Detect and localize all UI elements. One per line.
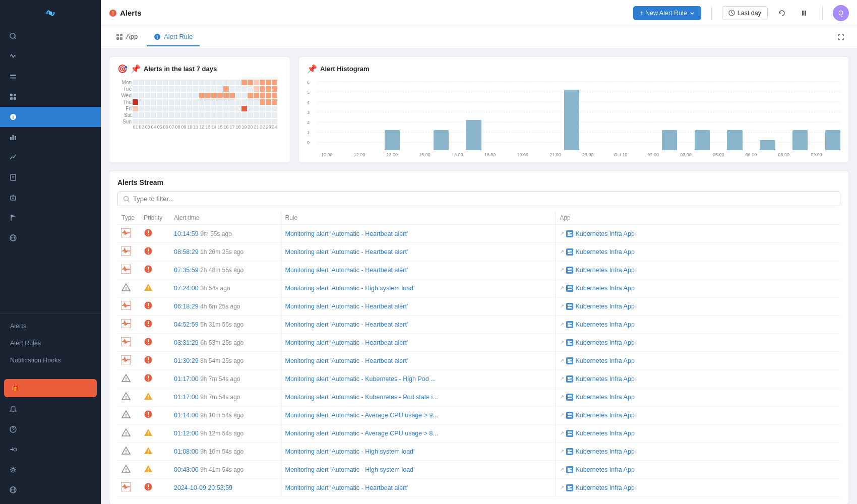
rule-link[interactable]: Monitoring alert 'Automatic - High syste… — [285, 448, 415, 455]
time-link[interactable]: 01:30:29 — [174, 357, 199, 364]
heatmap-cell[interactable] — [193, 112, 199, 118]
heatmap-cell[interactable] — [205, 119, 211, 124]
heatmap-cell[interactable] — [235, 80, 241, 85]
heatmap-cell[interactable] — [157, 119, 162, 124]
heatmap-cell[interactable] — [175, 119, 180, 124]
sidebar-item-world[interactable] — [0, 480, 101, 500]
heatmap-cell[interactable] — [217, 93, 223, 98]
heatmap-cell[interactable] — [217, 106, 223, 111]
heatmap-cell[interactable] — [175, 80, 180, 85]
user-avatar[interactable]: Q — [833, 5, 849, 21]
heatmap-cell[interactable] — [163, 99, 168, 105]
heatmap-cell[interactable] — [266, 119, 271, 124]
heatmap-cell[interactable] — [260, 86, 265, 92]
heatmap-cell[interactable] — [181, 106, 187, 111]
heatmap-cell[interactable] — [266, 93, 271, 98]
sidebar-item-layers[interactable] — [0, 67, 101, 87]
heatmap-cell[interactable] — [139, 93, 144, 98]
heatmap-cell[interactable] — [175, 86, 180, 92]
rule-link[interactable]: Monitoring alert 'Automatic - Heartbeat … — [285, 484, 408, 491]
heatmap-cell[interactable] — [266, 112, 271, 118]
heatmap-cell[interactable] — [169, 93, 174, 98]
time-link[interactable]: 01:12:00 — [174, 430, 199, 437]
heatmap-cell[interactable] — [181, 93, 187, 98]
heatmap-cell[interactable] — [248, 80, 253, 85]
heatmap-cell[interactable] — [181, 86, 187, 92]
heatmap-cell[interactable] — [199, 106, 205, 111]
app-link[interactable]: Kubernetes Infra App — [575, 412, 634, 419]
time-link[interactable]: 00:43:00 — [174, 466, 199, 473]
heatmap-cell[interactable] — [229, 93, 235, 98]
heatmap-cell[interactable] — [272, 112, 277, 118]
sidebar-item-search[interactable] — [0, 26, 101, 46]
heatmap-cell[interactable] — [151, 80, 156, 85]
heatmap-cell[interactable] — [151, 106, 156, 111]
time-link[interactable]: 01:14:00 — [174, 412, 199, 419]
heatmap-cell[interactable] — [193, 99, 199, 105]
heatmap-cell[interactable] — [272, 106, 277, 111]
heatmap-cell[interactable] — [157, 86, 162, 92]
heatmap-cell[interactable] — [193, 86, 199, 92]
heatmap-cell[interactable] — [145, 86, 150, 92]
heatmap-cell[interactable] — [133, 106, 138, 111]
heatmap-cell[interactable] — [223, 86, 229, 92]
rule-link[interactable]: Monitoring alert 'Automatic - Kubernetes… — [285, 375, 436, 383]
heatmap-cell[interactable] — [157, 93, 162, 98]
heatmap-cell[interactable] — [235, 93, 241, 98]
heatmap-cell[interactable] — [181, 80, 187, 85]
heatmap-cell[interactable] — [163, 86, 168, 92]
heatmap-cell[interactable] — [187, 119, 193, 124]
heatmap-cell[interactable] — [241, 93, 247, 98]
heatmap-cell[interactable] — [254, 99, 259, 105]
sidebar-item-flag[interactable] — [0, 208, 101, 228]
fullscreen-button[interactable] — [833, 29, 849, 45]
heatmap-cell[interactable] — [163, 80, 168, 85]
heatmap-cell[interactable] — [193, 106, 199, 111]
rule-link[interactable]: Monitoring alert 'Automatic - Heartbeat … — [285, 339, 408, 346]
sidebar-item-grid[interactable] — [0, 87, 101, 107]
sidebar-item-gift[interactable]: 🎁 — [4, 379, 97, 397]
heatmap-cell[interactable] — [193, 93, 199, 98]
new-alert-rule-button[interactable]: + New Alert Rule — [633, 6, 701, 20]
heatmap-cell[interactable] — [199, 99, 205, 105]
heatmap-cell[interactable] — [235, 106, 241, 111]
app-link[interactable]: Kubernetes Infra App — [575, 357, 634, 364]
heatmap-cell[interactable] — [169, 106, 174, 111]
heatmap-cell[interactable] — [217, 112, 223, 118]
heatmap-cell[interactable] — [199, 86, 205, 92]
rule-link[interactable]: Monitoring alert 'Automatic - High syste… — [285, 466, 415, 473]
heatmap-cell[interactable] — [223, 80, 229, 85]
heatmap-cell[interactable] — [248, 106, 253, 111]
heatmap-cell[interactable] — [145, 119, 150, 124]
sidebar-item-chart[interactable] — [0, 147, 101, 167]
heatmap-cell[interactable] — [139, 106, 144, 111]
heatmap-cell[interactable] — [266, 86, 271, 92]
app-link[interactable]: Kubernetes Infra App — [575, 321, 634, 328]
sidebar-item-alerts-label[interactable]: Alerts — [0, 318, 101, 335]
heatmap-cell[interactable] — [272, 119, 277, 124]
tab-alert-rule[interactable]: i Alert Rule — [147, 28, 200, 46]
heatmap-cell[interactable] — [229, 119, 235, 124]
app-link[interactable]: Kubernetes Infra App — [575, 248, 634, 256]
heatmap-cell[interactable] — [205, 99, 211, 105]
sidebar-item-help[interactable]: ? — [0, 419, 101, 439]
heatmap-cell[interactable] — [211, 80, 217, 85]
app-link[interactable]: Kubernetes Infra App — [575, 375, 634, 383]
heatmap-cell[interactable] — [211, 93, 217, 98]
heatmap-cell[interactable] — [272, 99, 277, 105]
heatmap-cell[interactable] — [163, 112, 168, 118]
heatmap-cell[interactable] — [248, 119, 253, 124]
rule-link[interactable]: Monitoring alert 'Automatic - Kubernetes… — [285, 394, 438, 401]
heatmap-cell[interactable] — [193, 80, 199, 85]
heatmap-cell[interactable] — [205, 93, 211, 98]
logo[interactable] — [0, 0, 101, 26]
heatmap-cell[interactable] — [266, 106, 271, 111]
heatmap-cell[interactable] — [163, 93, 168, 98]
rule-link[interactable]: Monitoring alert 'Automatic - Heartbeat … — [285, 357, 408, 364]
time-link[interactable]: 08:58:29 — [174, 248, 199, 256]
heatmap-cell[interactable] — [205, 112, 211, 118]
heatmap-cell[interactable] — [139, 99, 144, 105]
heatmap-cell[interactable] — [145, 80, 150, 85]
heatmap-cell[interactable] — [260, 99, 265, 105]
heatmap-cell[interactable] — [241, 86, 247, 92]
